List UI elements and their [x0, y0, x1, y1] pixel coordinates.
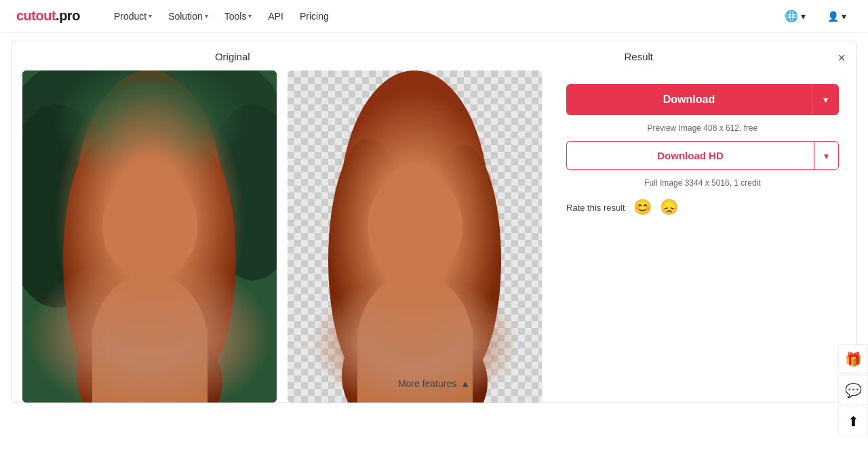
original-image: [22, 70, 277, 403]
rate-bad-button[interactable]: 😞: [660, 199, 678, 216]
svg-point-15: [127, 217, 138, 225]
nav-product-chevron: ▾: [149, 12, 152, 20]
preview-info: Preview Image 408 x 612, free: [566, 123, 839, 133]
scroll-top-button[interactable]: ⬆: [838, 407, 868, 436]
nav-product-label: Product: [114, 11, 146, 22]
close-button[interactable]: ×: [837, 51, 846, 64]
more-features-label: More features: [398, 378, 456, 389]
svg-point-31: [390, 214, 406, 225]
result-dialog: Original Result ×: [11, 41, 857, 403]
dialog-header: Original Result ×: [12, 41, 856, 70]
download-dropdown-button[interactable]: ▾: [812, 84, 839, 115]
nav-tools-chevron: ▾: [248, 12, 252, 20]
svg-point-23: [340, 70, 489, 342]
nav-right: 🌐 ▾ 👤 ▾: [779, 7, 852, 25]
feedback-button[interactable]: 💬: [838, 375, 868, 405]
navbar: cutout.pro Product ▾ Solution ▾ Tools ▾ …: [0, 0, 868, 33]
nav-links: Product ▾ Solution ▾ Tools ▾ API Pricing: [107, 7, 779, 26]
nav-solution-label: Solution: [168, 11, 203, 22]
tab-result[interactable]: Result: [611, 51, 667, 62]
svg-point-34: [427, 217, 437, 225]
user-menu[interactable]: 👤 ▾: [822, 8, 852, 24]
rate-row: Rate this result 😊 😞: [566, 199, 839, 216]
svg-point-24: [328, 138, 410, 382]
svg-point-25: [427, 145, 501, 375]
right-panel: Download ▾ Preview Image 408 x 612, free…: [553, 70, 846, 230]
side-floating-buttons: 🎁 💬 ⬆: [838, 344, 868, 436]
nav-item-product[interactable]: Product ▾: [107, 7, 159, 26]
svg-point-10: [102, 172, 197, 281]
rate-good-button[interactable]: 😊: [633, 199, 652, 216]
main-content: Original Result ×: [0, 33, 868, 452]
gift-button[interactable]: 🎁: [838, 344, 868, 374]
result-image: [288, 70, 542, 403]
more-features-arrow: ▲: [460, 378, 470, 389]
svg-point-33: [393, 217, 403, 225]
lang-chevron: ▾: [801, 11, 806, 22]
nav-item-pricing[interactable]: Pricing: [293, 7, 336, 26]
download-hd-dropdown-button[interactable]: ▾: [814, 141, 839, 170]
svg-point-35: [408, 232, 422, 241]
svg-rect-0: [22, 70, 277, 403]
nav-item-tools[interactable]: Tools ▾: [218, 7, 259, 26]
language-switcher[interactable]: 🌐 ▾: [779, 7, 811, 25]
download-button[interactable]: Download: [566, 84, 812, 115]
svg-point-14: [159, 214, 175, 225]
svg-point-17: [143, 232, 157, 241]
rate-label: Rate this result: [566, 203, 625, 213]
tab-original[interactable]: Original: [201, 51, 264, 62]
svg-point-13: [125, 214, 141, 225]
translate-icon: 🌐: [785, 9, 798, 22]
svg-point-6: [63, 138, 144, 382]
nav-tools-label: Tools: [224, 11, 247, 22]
svg-point-7: [161, 145, 236, 375]
result-image-svg: [288, 70, 542, 403]
dialog-tabs: Original Result: [28, 51, 840, 62]
svg-point-3: [22, 104, 111, 308]
download-hd-row: Download HD ▾: [566, 141, 839, 170]
nav-solution-chevron: ▾: [205, 12, 208, 20]
user-chevron: ▾: [842, 11, 846, 22]
svg-point-16: [161, 217, 172, 225]
nav-pricing-label: Pricing: [300, 11, 329, 22]
nav-api-label: API: [268, 11, 283, 22]
full-image-info: Full Image 3344 x 5016, 1 credit: [566, 178, 839, 188]
svg-rect-22: [288, 70, 542, 403]
more-features-bar[interactable]: More features ▲: [22, 371, 846, 396]
original-image-svg: [22, 70, 277, 403]
user-icon: 👤: [827, 11, 839, 22]
svg-point-1: [22, 70, 172, 192]
svg-point-32: [424, 214, 440, 225]
logo[interactable]: cutout.pro: [16, 8, 80, 24]
download-hd-button[interactable]: Download HD: [566, 141, 814, 170]
svg-point-28: [368, 172, 462, 281]
download-row: Download ▾: [566, 84, 839, 115]
nav-item-api[interactable]: API: [261, 7, 290, 26]
nav-item-solution[interactable]: Solution ▾: [161, 7, 215, 26]
images-area: Download ▾ Preview Image 408 x 612, free…: [12, 70, 856, 403]
svg-point-2: [144, 70, 277, 165]
svg-point-5: [75, 70, 224, 342]
svg-point-4: [205, 104, 277, 281]
